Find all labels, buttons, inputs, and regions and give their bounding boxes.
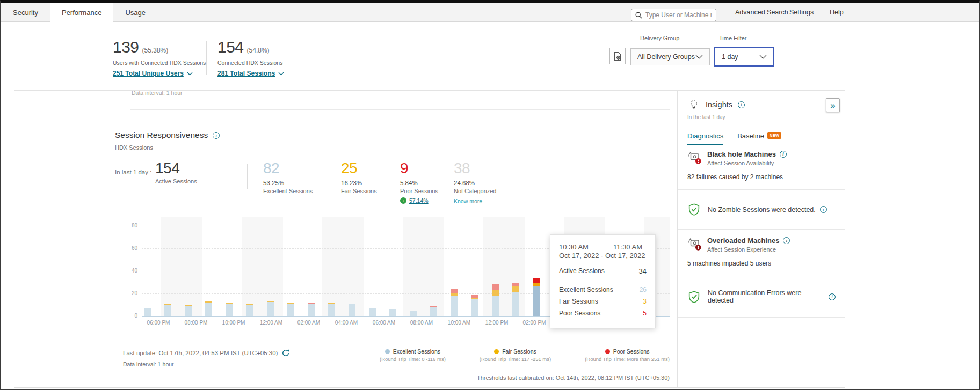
chart-bar[interactable] <box>328 303 335 316</box>
insights-tabs: Diagnostics Baseline NEW <box>678 126 845 143</box>
info-icon[interactable] <box>780 151 787 158</box>
chart-bar[interactable] <box>308 303 315 316</box>
poor-trend-link[interactable]: 57.14% <box>409 197 429 204</box>
card-body: 5 machines impacted 5 users <box>687 260 836 267</box>
period-label: In last 1 day : <box>115 169 151 175</box>
delivery-group-select[interactable]: All Delivery Groups <box>630 48 710 65</box>
chart-tooltip: 10:30 AM 11:30 AM Oct 17, 2022 - Oct 17,… <box>550 234 656 328</box>
legend-item: Fair Sessions(Round Trip Time: 117 -251 … <box>480 348 551 362</box>
x-tick-label: 02:00 AM <box>290 320 328 326</box>
tab-security[interactable]: Security <box>1 3 50 22</box>
search-icon <box>635 12 642 19</box>
settings-link[interactable]: Settings <box>789 3 814 22</box>
card-text: No Communication Errors were detected <box>708 289 824 304</box>
not-categorized-pct: 24.68% <box>454 180 497 186</box>
total-sessions-link[interactable]: 281 Total Sessions <box>217 70 284 77</box>
info-icon[interactable] <box>829 293 836 300</box>
chart-legend: Excellent Sessions(Round Trip Time: 0 -1… <box>380 348 670 362</box>
section-subtitle: HDX Sessions <box>115 144 153 151</box>
global-search[interactable] <box>631 9 716 21</box>
users-count: 139 <box>113 38 139 56</box>
chart-bar[interactable] <box>533 278 540 316</box>
fair-sessions-stat: 25 16.23% Fair Sessions <box>341 160 377 194</box>
card-title: Black hole Machines <box>707 150 776 158</box>
fair-pct: 16.23% <box>341 180 377 186</box>
tooltip-breakdown: Excellent Sessions26Fair Sessions3Poor S… <box>559 286 647 317</box>
chart-bar[interactable] <box>349 304 355 316</box>
info-icon[interactable] <box>820 206 827 213</box>
info-icon[interactable] <box>213 132 220 139</box>
chart-bar[interactable] <box>144 308 151 316</box>
chart-bar[interactable] <box>369 308 376 316</box>
active-sessions-label: Active Sessions <box>155 178 197 185</box>
card-body: 82 failures caused by 2 machines <box>687 173 836 181</box>
chart-bar[interactable] <box>226 303 233 316</box>
tooltip-end-time: 11:30 AM <box>613 243 642 251</box>
chart-bar[interactable] <box>287 303 294 316</box>
tooltip-row: Fair Sessions3 <box>559 298 647 305</box>
last-update-label: Last update: Oct 17th, 2022, 04:53 PM IS… <box>123 350 278 356</box>
info-icon[interactable] <box>783 237 790 244</box>
advanced-search-link[interactable]: Advanced Search <box>735 3 788 22</box>
refresh-icon[interactable] <box>282 349 289 357</box>
total-unique-users-link[interactable]: 251 Total Unique Users <box>113 70 206 77</box>
chart-bar[interactable] <box>164 304 171 316</box>
chevron-down-icon <box>187 72 193 76</box>
insight-card-overloaded-machines[interactable]: Overloaded Machines Affect Session Exper… <box>678 230 845 276</box>
collapse-panel-button[interactable] <box>826 98 840 112</box>
active-sessions-stat: 154 Active Sessions <box>155 160 197 185</box>
chart-bar[interactable] <box>410 311 417 317</box>
excellent-sessions-stat: 82 53.25% Excellent Sessions <box>263 160 313 194</box>
time-filter-label: Time Filter <box>719 35 747 41</box>
thresholds-note: Thresholds last calibrated on: Oct 14th,… <box>420 370 670 381</box>
time-filter-select[interactable]: 1 day <box>714 47 774 67</box>
chevron-down-icon <box>759 55 767 59</box>
y-tick-label: 60 <box>121 245 137 251</box>
chart-bar[interactable] <box>185 305 192 316</box>
chevron-down-icon <box>695 55 703 59</box>
search-input[interactable] <box>645 11 712 19</box>
know-more-link[interactable]: Know more <box>454 198 497 204</box>
delivery-group-label: Delivery Group <box>640 35 679 41</box>
tab-usage[interactable]: Usage <box>113 3 157 22</box>
total-unique-users-label[interactable]: 251 Total Unique Users <box>113 70 184 77</box>
info-icon[interactable] <box>738 101 745 108</box>
tooltip-date-range: Oct 17, 2022 - Oct 17, 2022 <box>559 252 647 260</box>
report-settings-button[interactable] <box>609 48 626 64</box>
chart-bar[interactable] <box>267 301 274 316</box>
insight-card-black-hole-machines[interactable]: Black hole Machines Affect Session Avail… <box>678 143 845 189</box>
active-sessions-value: 154 <box>155 160 197 176</box>
poor-label: Poor Sessions <box>400 188 438 194</box>
tooltip-start-time: 10:30 AM <box>559 243 589 251</box>
card-text: No Zombie Sessions were detected. <box>708 206 816 214</box>
tab-usage-label: Usage <box>125 9 146 17</box>
chart-bar[interactable] <box>246 304 253 316</box>
chart-bar[interactable] <box>471 295 478 316</box>
time-filter-value: 1 day <box>722 53 738 61</box>
summary-divider <box>206 41 207 75</box>
tab-baseline[interactable]: Baseline NEW <box>737 132 781 144</box>
poor-value: 9 <box>400 160 438 176</box>
total-sessions-label[interactable]: 281 Total Sessions <box>217 70 275 77</box>
section-divider <box>130 109 670 110</box>
help-link[interactable]: Help <box>830 3 844 22</box>
tooltip-active-label: Active Sessions <box>559 267 605 275</box>
insights-panel: Insights In the last 1 day Diagnostics B… <box>677 91 845 387</box>
insights-icon <box>687 98 700 111</box>
x-tick-label: 12:00 PM <box>478 320 516 326</box>
trend-down-icon <box>400 197 406 204</box>
chart-bar[interactable] <box>430 306 437 316</box>
tab-diagnostics[interactable]: Diagnostics <box>687 132 723 145</box>
legend-item: Excellent Sessions(Round Trip Time: 0 -1… <box>380 348 446 362</box>
users-pct: (55.38%) <box>142 47 169 54</box>
clipped-previous-section-text: Data interval: 1 hour <box>132 91 183 97</box>
tab-baseline-label: Baseline <box>737 132 764 140</box>
y-tick-label: 80 <box>121 223 137 229</box>
chart-bar[interactable] <box>451 289 458 316</box>
insights-period: In the last 1 day <box>678 113 845 126</box>
chart-bar[interactable] <box>492 284 499 316</box>
chart-bar[interactable] <box>512 283 519 316</box>
tab-performance[interactable]: Performance <box>50 3 113 22</box>
chart-bar[interactable] <box>205 301 212 316</box>
chart-bar[interactable] <box>389 309 396 316</box>
